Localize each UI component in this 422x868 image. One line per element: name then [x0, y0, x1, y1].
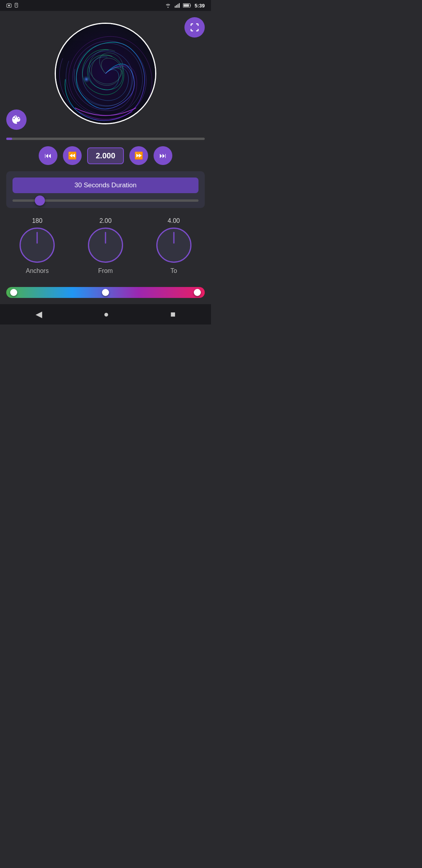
to-indicator	[173, 232, 174, 244]
svg-rect-4	[175, 6, 175, 8]
from-knob[interactable]	[88, 228, 123, 263]
back-button[interactable]: ◀	[36, 309, 42, 319]
recent-button[interactable]: ■	[170, 309, 175, 319]
color-dot-right[interactable]	[194, 289, 201, 296]
skip-back-button[interactable]: ⏮	[39, 146, 57, 165]
transport-controls: ⏮ ⏪ 2.000 ⏩ ⏭	[0, 143, 211, 168]
to-knob-container: 4.00 To	[156, 217, 191, 274]
file-icon	[14, 3, 20, 8]
home-button[interactable]: ●	[104, 309, 109, 319]
color-dot-center[interactable]	[102, 289, 109, 296]
duration-slider[interactable]	[13, 199, 198, 202]
palette-icon	[11, 115, 21, 125]
spiral-canvas	[55, 23, 156, 124]
svg-rect-6	[177, 4, 178, 8]
bottom-nav: ◀ ● ■	[0, 304, 211, 325]
duration-slider-thumb[interactable]	[35, 195, 45, 206]
signal-icon	[174, 3, 180, 8]
skip-forward-button[interactable]: ⏭	[154, 146, 172, 165]
from-knob-container: 2.00 From	[88, 217, 123, 274]
svg-rect-5	[176, 5, 177, 8]
svg-rect-9	[184, 4, 189, 7]
status-left-icons	[6, 3, 20, 8]
knobs-section: 180 Anchors 2.00 From 4.00 To	[0, 211, 211, 278]
anchors-value: 180	[32, 217, 43, 224]
duration-label: 30 Seconds Duration	[13, 178, 198, 193]
fullscreen-icon	[190, 23, 199, 32]
color-bar[interactable]	[6, 287, 205, 298]
progress-track[interactable]	[6, 138, 205, 140]
time-display: 5:39	[195, 3, 205, 9]
to-knob[interactable]	[156, 228, 191, 263]
from-label: From	[98, 267, 113, 274]
anchors-knob-container: 180 Anchors	[20, 217, 55, 274]
svg-rect-7	[179, 3, 180, 8]
color-dot-left[interactable]	[10, 289, 17, 296]
anchors-label: Anchors	[26, 267, 49, 274]
progress-fill	[6, 138, 12, 140]
duration-section: 30 Seconds Duration	[6, 171, 205, 208]
canvas-area	[0, 11, 211, 136]
from-indicator	[105, 232, 106, 244]
svg-point-11	[82, 75, 91, 84]
rewind-button[interactable]: ⏪	[63, 146, 82, 165]
speed-display[interactable]: 2.000	[87, 147, 124, 164]
battery-icon	[183, 3, 191, 8]
progress-section	[0, 136, 211, 143]
status-bar: 5:39	[0, 0, 211, 11]
to-value: 4.00	[168, 217, 180, 224]
fullscreen-button[interactable]	[184, 17, 205, 38]
svg-point-0	[8, 5, 10, 7]
fast-forward-button[interactable]: ⏩	[129, 146, 148, 165]
anchors-knob[interactable]	[20, 228, 55, 263]
from-value: 2.00	[99, 217, 111, 224]
camera-icon	[6, 3, 12, 8]
palette-button[interactable]	[6, 109, 27, 130]
spiral-svg	[56, 24, 155, 123]
wifi-icon	[165, 3, 171, 8]
anchors-indicator	[37, 232, 38, 244]
status-right-icons: 5:39	[165, 3, 205, 9]
to-label: To	[170, 267, 177, 274]
